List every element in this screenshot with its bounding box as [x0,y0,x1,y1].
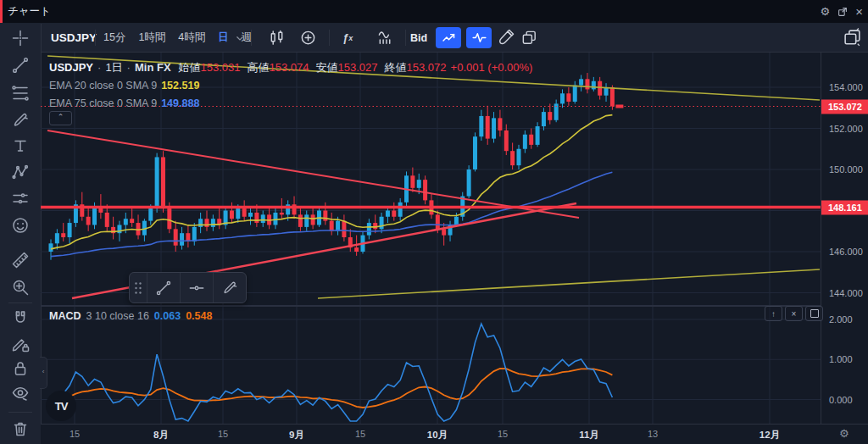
indicators-fx-icon[interactable]: ƒx [342,24,353,52]
crosshair-tool-icon[interactable] [11,29,30,47]
trend-line-tool-icon[interactable] [11,56,30,75]
legend-provider: Min FX [135,61,171,74]
price-badge: 148.161 [821,200,868,214]
price-axis-label: 144.000 [829,288,863,298]
chevron-down-icon[interactable] [234,24,246,52]
zoom-in-tool-icon[interactable] [11,278,30,297]
trend-line-tool-icon[interactable] [147,273,180,302]
legend-ema75-row: EMA 75 close 0 SMA 9 149.888 [49,94,532,112]
text-tool-icon[interactable] [11,136,30,155]
hide-drawings-tool-icon[interactable] [11,384,30,402]
chart-legend: USDJPY · 1日 · Min FX 始値153.031高値153.074安… [49,58,532,112]
window-titlebar: チャート ⚙ × [0,0,868,24]
macd-value: 0.063 [154,310,181,322]
legend-ohlc-item: 終値153.072 [385,60,447,75]
pane-close-button[interactable]: × [785,306,803,321]
macd-axis-label: 2.000 [829,314,853,325]
sidebar-separator [8,412,32,413]
forecast-tool-icon[interactable] [11,189,30,208]
magnet-tool-icon[interactable] [11,309,30,328]
macd-axis-label: 0.000 [829,395,853,405]
xabcd-pattern-tool-icon[interactable] [11,163,30,181]
price-axis-label: 154.000 [829,82,863,92]
ema20-value: 152.519 [161,80,199,92]
macd-legend: MACD 3 10 close 16 0.063 0.548 [49,310,212,322]
macd-title[interactable]: MACD [49,310,81,322]
time-axis-label: 15 [70,429,80,439]
interval-button-1時間[interactable]: 1時間 [135,31,169,45]
legend-ohlc-item: 始値153.031 [179,60,241,75]
add-symbol-icon[interactable] [299,24,317,52]
remove-drawings-tool-icon[interactable] [11,419,30,438]
symbol-button[interactable]: USDJPY [51,24,97,52]
legend-ema20-row: EMA 20 close 0 SMA 9 152.519 [49,76,532,94]
tradingview-chart-window: チャート ⚙ × USDJPY 15分1時間4時間日週 ƒx Bid [0,0,868,444]
price-axis-label: 146.000 [829,247,863,257]
time-axis-label: 10月 [427,429,448,441]
legend-interval: 1日 [105,60,122,75]
pulse-line-tool-button[interactable] [466,27,492,48]
candle-style-icon[interactable] [268,24,286,52]
macd-axis-label: 1.000 [829,354,853,364]
sidebar-separator [8,302,32,303]
indicator-templates-icon[interactable] [376,24,394,52]
time-axis-label: 12月 [760,429,780,441]
pane-move-up-button[interactable]: ↑ [765,306,782,321]
interval-button-4時間[interactable]: 4時間 [175,31,209,45]
open-in-new-window-icon[interactable] [837,7,848,17]
bid-button[interactable]: Bid [410,24,427,52]
interval-button-15分[interactable]: 15分 [100,31,129,45]
fib-retracement-tool-icon[interactable] [11,84,30,103]
axis-settings-gear-icon[interactable]: ⚙ [839,427,849,440]
time-axis-label: 11月 [579,429,599,441]
drawing-tools-sidebar [0,24,42,444]
brush-tool-icon[interactable] [11,111,30,130]
price-axis-label: 152.000 [829,124,863,134]
floating-drawing-toolbar [129,272,247,303]
titlebar-accent [0,0,3,23]
drag-handle-icon[interactable] [130,273,147,302]
macd-pane-buttons: ↑ × [765,306,823,321]
legend-collapse-button[interactable]: ⌃ [49,111,72,125]
price-axis-label: 150.000 [829,164,863,175]
brush-tool-icon[interactable] [213,273,246,302]
time-axis-label: 8月 [153,429,169,441]
macd-signal-value: 0.548 [186,310,212,322]
time-axis[interactable]: 158月159月1510月1511月1312月 [41,424,868,444]
sidebar-collapse-handle[interactable]: ‹ [40,357,47,389]
time-axis-label: 15 [498,429,508,439]
legend-symbol[interactable]: USDJPY [49,61,93,74]
ema75-value: 149.888 [161,97,199,109]
time-axis-label: 15 [355,429,365,439]
time-axis-label: 13 [648,429,658,439]
multi-window-layout-icon[interactable] [843,24,862,52]
interval-group: 15分1時間4時間日週 [100,24,255,52]
legend-ohlc-item: 安値153.027 [316,60,378,75]
legend-symbol-row: USDJPY · 1日 · Min FX 始値153.031高値153.074安… [49,58,532,76]
horizontal-line-tool-icon[interactable] [180,273,213,302]
legend-ohlc-item: 高値153.074 [248,60,309,75]
price-axis[interactable]: 154.000152.000150.000146.000144.0002.000… [821,53,868,424]
pane-maximize-button[interactable] [805,306,823,321]
lock-all-tool-icon[interactable] [11,359,30,378]
ruler-tool-icon[interactable] [11,251,30,269]
pane-separator[interactable] [41,305,868,307]
main-toolbar: USDJPY 15分1時間4時間日週 ƒx Bid [41,24,868,53]
legend-ohlc: 始値153.031高値153.074安値153.027終値153.072 [179,60,447,75]
close-window-icon[interactable]: × [855,5,863,18]
trend-arrow-tool-button[interactable] [436,27,461,48]
time-axis-label: 15 [218,429,228,439]
legend-change: +0.001 (+0.00%) [451,61,533,74]
window-title: チャート [8,0,51,23]
interval-button-日[interactable]: 日 [214,31,232,45]
paint-brush-icon[interactable] [497,24,515,52]
drawing-lock-tool-icon[interactable] [11,335,30,353]
tradingview-logo[interactable]: TV [46,391,76,421]
price-badge: 153.072 [821,99,868,114]
emoji-tool-icon[interactable] [11,216,30,235]
duplicate-copy-icon[interactable] [520,24,538,52]
macd-params: 3 10 close 16 [86,310,149,322]
time-axis-label: 9月 [289,429,304,441]
settings-gear-icon[interactable]: ⚙ [821,6,831,17]
